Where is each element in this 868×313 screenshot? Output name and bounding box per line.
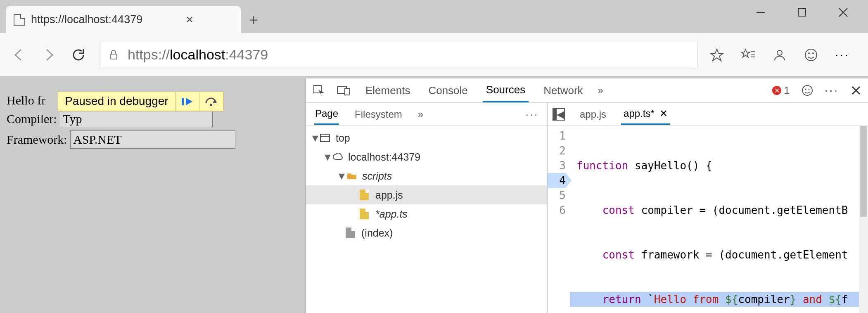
file-icon (14, 14, 25, 26)
error-count: 1 (784, 84, 790, 97)
devtools-tab-elements[interactable]: Elements (362, 79, 413, 102)
svg-rect-16 (345, 88, 350, 95)
feedback-button[interactable] (804, 47, 818, 62)
tab-close-button[interactable]: ✕ (185, 14, 194, 26)
code-editor[interactable]: 1 2 3 4 5 6 function sayHello() { const … (548, 126, 868, 313)
devtools-settings-button[interactable]: ··· (825, 84, 839, 97)
navigator-more-tabs-button[interactable]: » (418, 109, 423, 120)
framework-label: Framework: (7, 133, 70, 147)
paused-message: Paused in debugger (58, 92, 175, 111)
devtools-feedback-button[interactable] (802, 85, 813, 96)
devtools-tab-sources[interactable]: Sources (483, 78, 529, 102)
folder-icon (346, 172, 358, 180)
favorite-button[interactable] (709, 47, 724, 62)
tree-label: app.js (375, 189, 403, 201)
devtools-tab-network[interactable]: Network (540, 79, 586, 102)
navigator-more-options-button[interactable]: ··· (526, 109, 539, 120)
editor-tab-appts[interactable]: app.ts*✕ (621, 104, 670, 125)
svg-point-8 (777, 50, 782, 55)
svg-rect-4 (110, 54, 117, 59)
svg-rect-1 (798, 9, 806, 16)
tree-node-index[interactable]: (index) (306, 223, 547, 242)
page-content: Hello fr Compiler: Framework: Paused in … (0, 78, 306, 313)
sources-navigator: Page Filesystem » ··· ▼ top ▼ localhost:… (306, 103, 548, 313)
tree-label: top (336, 132, 350, 144)
compiler-input[interactable] (60, 111, 213, 127)
framework-input[interactable] (70, 130, 235, 149)
svg-rect-12 (182, 98, 184, 105)
tree-label: *app.ts (375, 208, 408, 220)
svg-rect-22 (320, 134, 330, 142)
svg-point-17 (802, 85, 812, 95)
new-tab-button[interactable]: ＋ (241, 6, 266, 33)
tree-node-origin[interactable]: ▼ localhost:44379 (306, 147, 547, 166)
editor-tab-close-button[interactable]: ✕ (659, 108, 668, 119)
inspect-element-button[interactable] (313, 84, 325, 97)
svg-point-10 (808, 52, 810, 54)
error-count-badge[interactable]: ✕ 1 (772, 84, 790, 97)
toggle-navigator-button[interactable]: ◀ (553, 108, 565, 121)
tree-label: (index) (361, 227, 393, 239)
address-bar[interactable]: https://localhost:44379 (99, 41, 698, 69)
url-text: https://localhost:44379 (128, 47, 268, 63)
page-heading: Hello fr (7, 93, 45, 107)
tree-node-file-appjs[interactable]: app.js (306, 185, 547, 204)
window-close-button[interactable] (835, 4, 851, 21)
devtools-more-tabs-button[interactable]: » (598, 85, 603, 96)
line-gutter: 1 2 3 4 5 6 (548, 126, 570, 313)
svg-point-11 (812, 52, 814, 54)
forward-button[interactable] (40, 46, 58, 64)
window-minimize-button[interactable] (752, 4, 769, 21)
svg-point-19 (808, 89, 809, 90)
ts-file-icon (360, 209, 371, 219)
tree-node-folder-scripts[interactable]: ▼ scripts (306, 166, 547, 185)
error-icon: ✕ (772, 86, 781, 95)
tree-label: scripts (362, 170, 392, 182)
document-icon (346, 228, 357, 238)
tree-node-file-appts[interactable]: *app.ts (306, 204, 547, 223)
js-file-icon (360, 190, 371, 200)
lock-icon (108, 49, 119, 61)
tree-node-top[interactable]: ▼ top (306, 128, 547, 147)
code-lines: function sayHello() { const compiler = (… (570, 126, 868, 313)
browser-tab[interactable]: https://localhost:44379 ✕ (6, 6, 241, 33)
settings-menu-button[interactable]: ··· (835, 47, 850, 62)
devtools-tabstrip: Elements Console Sources Network » ✕ 1 ·… (306, 78, 868, 103)
sources-editor: ◀ app.js app.ts*✕ 1 2 3 4 5 6 function s… (548, 103, 868, 313)
window-maximize-button[interactable] (794, 4, 810, 21)
navigator-tab-page[interactable]: Page (314, 104, 339, 125)
tab-title: https://localhost:44379 (31, 13, 142, 26)
devtools-tab-console[interactable]: Console (425, 79, 471, 102)
toolbar: https://localhost:44379 ··· (0, 33, 868, 77)
svg-point-13 (210, 104, 212, 106)
svg-point-18 (805, 89, 806, 90)
vertical-scrollbar[interactable] (859, 126, 868, 313)
back-button[interactable] (10, 46, 28, 64)
devtools-close-button[interactable] (851, 85, 861, 96)
paused-in-debugger-overlay: Paused in debugger (58, 92, 224, 111)
debugger-resume-button[interactable] (175, 92, 199, 111)
svg-point-9 (805, 49, 817, 61)
cloud-icon (332, 153, 344, 161)
devtools-panel: Elements Console Sources Network » ✕ 1 ·… (306, 78, 868, 313)
favorites-list-button[interactable] (741, 47, 756, 62)
compiler-label: Compiler: (7, 112, 60, 126)
navigator-tab-filesystem[interactable]: Filesystem (354, 104, 403, 124)
debugger-step-over-button[interactable] (199, 92, 223, 111)
refresh-button[interactable] (69, 46, 88, 64)
window-icon (320, 134, 332, 142)
tree-label: localhost:44379 (348, 151, 420, 163)
editor-tab-appjs[interactable]: app.js (577, 104, 609, 124)
device-toolbar-button[interactable] (337, 85, 351, 96)
profile-button[interactable] (772, 47, 787, 62)
